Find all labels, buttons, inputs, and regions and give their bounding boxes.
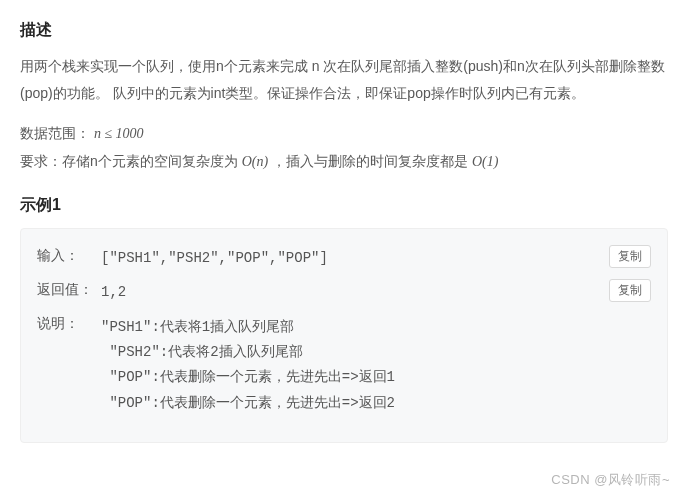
input-value: ["PSH1","PSH2","POP","POP"] [101, 247, 651, 271]
range-n: n [94, 126, 101, 141]
heading-example: 示例1 [20, 195, 668, 216]
requirement-space: O(n) [242, 154, 268, 169]
explain-label: 说明： [37, 315, 101, 333]
explain-row: 说明： "PSH1":代表将1插入队列尾部 "PSH2":代表将2插入队列尾部 … [37, 315, 651, 416]
example-box: 输入： ["PSH1","PSH2","POP","POP"] 复制 返回值： … [20, 228, 668, 442]
return-row: 返回值： 1,2 复制 [37, 281, 651, 305]
return-label: 返回值： [37, 281, 101, 299]
requirement-mid: ，插入与删除的时间复杂度都是 [272, 153, 472, 169]
range-prefix: 数据范围： [20, 125, 94, 141]
constraints-block: 数据范围： n ≤ 1000 要求：存储n个元素的空间复杂度为 O(n) ，插入… [20, 120, 668, 175]
range-le: ≤ 1000 [101, 126, 144, 141]
input-label: 输入： [37, 247, 101, 265]
description-text: 用两个栈来实现一个队列，使用n个元素来完成 n 次在队列尾部插入整数(push)… [20, 53, 668, 106]
explain-line-2: "PSH2":代表将2插入队列尾部 [101, 340, 651, 365]
explain-line-4: "POP":代表删除一个元素，先进先出=>返回2 [101, 391, 651, 416]
explain-content: "PSH1":代表将1插入队列尾部 "PSH2":代表将2插入队列尾部 "POP… [101, 315, 651, 416]
requirement-prefix: 要求：存储n个元素的空间复杂度为 [20, 153, 242, 169]
input-row: 输入： ["PSH1","PSH2","POP","POP"] 复制 [37, 247, 651, 271]
requirement-time: O(1) [472, 154, 498, 169]
heading-description: 描述 [20, 20, 668, 41]
copy-input-button[interactable]: 复制 [609, 245, 651, 268]
return-value: 1,2 [101, 281, 651, 305]
explain-line-3: "POP":代表删除一个元素，先进先出=>返回1 [101, 365, 651, 390]
explain-line-1: "PSH1":代表将1插入队列尾部 [101, 315, 651, 340]
copy-return-button[interactable]: 复制 [609, 279, 651, 302]
